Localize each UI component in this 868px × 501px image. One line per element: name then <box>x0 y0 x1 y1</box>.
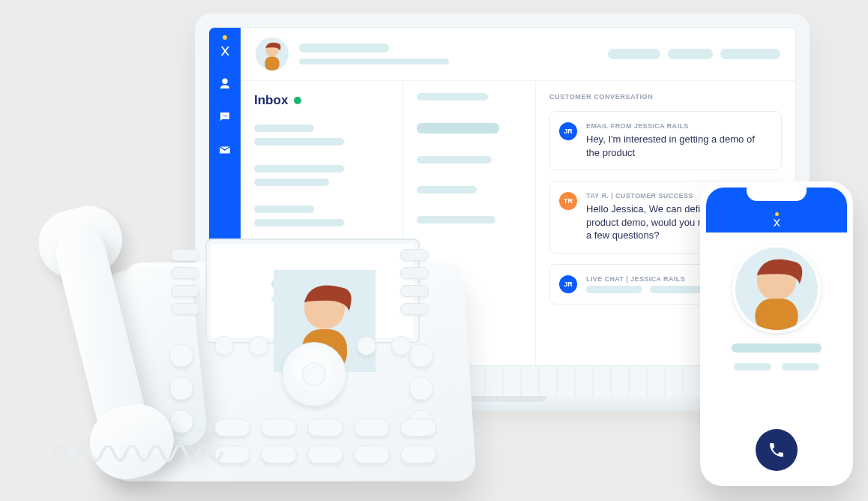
phone-call-screen <box>706 232 847 480</box>
softkey-button[interactable] <box>400 267 429 279</box>
contacts-nav-icon[interactable] <box>218 77 232 94</box>
softkey-button[interactable] <box>400 249 429 261</box>
thread-item[interactable] <box>417 156 492 164</box>
softkey-button[interactable] <box>171 285 199 297</box>
caller-avatar <box>732 244 821 333</box>
thread-item[interactable] <box>417 93 488 100</box>
sender-badge: TR <box>559 192 577 210</box>
caller-name-placeholder <box>732 344 822 352</box>
caller-avatar <box>219 270 261 312</box>
call-button[interactable] <box>756 429 798 471</box>
dialpad-key[interactable] <box>307 446 343 464</box>
function-row <box>214 336 268 356</box>
topbar-title-placeholder <box>299 44 449 64</box>
softkey-button[interactable] <box>171 249 199 261</box>
function-row <box>357 336 411 356</box>
function-button[interactable] <box>391 336 411 356</box>
topbar-action-placeholder[interactable] <box>608 49 660 59</box>
message-card[interactable]: JR EMAIL FROM JESSICA RAILS Hey, I'm int… <box>549 111 782 170</box>
topbar-actions <box>608 49 780 59</box>
email-nav-icon[interactable] <box>218 143 232 160</box>
messages-nav-icon[interactable] <box>218 110 232 127</box>
dialpad-key[interactable] <box>214 418 250 436</box>
marketing-device-composite: Inbox <box>0 0 868 501</box>
svg-rect-11 <box>755 298 798 330</box>
topbar-action-placeholder[interactable] <box>720 49 780 59</box>
sender-badge: JR <box>559 275 577 293</box>
function-button[interactable] <box>214 336 234 356</box>
handset[interactable] <box>12 196 206 483</box>
smartphone-screen <box>706 188 847 480</box>
svg-rect-5 <box>265 57 279 70</box>
dialpad-key[interactable] <box>261 446 297 464</box>
phone-cord <box>34 446 244 490</box>
brand-dot-icon <box>775 212 779 216</box>
sender-badge: JR <box>559 122 577 140</box>
line-key-button[interactable] <box>409 376 433 400</box>
brand-logo <box>771 212 782 228</box>
topbar-action-placeholder[interactable] <box>668 49 713 59</box>
inbox-title: Inbox <box>254 93 288 108</box>
softkey-button[interactable] <box>400 285 429 297</box>
function-button[interactable] <box>249 336 268 356</box>
status-online-icon <box>294 97 301 104</box>
line-key-button[interactable] <box>409 344 433 368</box>
current-user-avatar[interactable] <box>256 38 289 70</box>
svg-point-1 <box>224 116 226 117</box>
message-meta: EMAIL FROM JESSICA RAILS <box>586 122 769 130</box>
dialpad-key[interactable] <box>354 446 390 464</box>
conversation-section-label: CUSTOMER CONVERSATION <box>549 93 782 100</box>
dialpad-key[interactable] <box>354 418 390 436</box>
brand-logo-icon <box>218 44 232 61</box>
smartphone-device <box>700 182 853 486</box>
softkey-button[interactable] <box>171 303 199 315</box>
phone-icon <box>768 441 786 459</box>
softkey-button[interactable] <box>400 303 429 315</box>
dialpad-key[interactable] <box>400 418 436 436</box>
svg-point-0 <box>223 116 224 117</box>
app-topbar <box>241 28 795 81</box>
softkey-button[interactable] <box>171 267 199 279</box>
svg-point-2 <box>226 116 228 117</box>
desk-phone-screen <box>205 238 420 344</box>
call-meta-placeholder <box>720 363 834 370</box>
message-text: Hey, I'm interested in getting a demo of… <box>586 133 769 159</box>
dialpad-key[interactable] <box>400 446 436 464</box>
phone-notch <box>747 188 807 201</box>
inbox-heading: Inbox <box>254 93 389 108</box>
desk-phone-device <box>19 178 477 494</box>
nav-dpad[interactable] <box>282 342 346 406</box>
thread-item[interactable] <box>417 123 499 134</box>
dialpad-key[interactable] <box>261 418 297 436</box>
inbox-item[interactable] <box>254 124 389 146</box>
function-button[interactable] <box>357 336 376 356</box>
dialpad-key[interactable] <box>307 418 343 436</box>
brand-dot-icon <box>223 35 227 40</box>
